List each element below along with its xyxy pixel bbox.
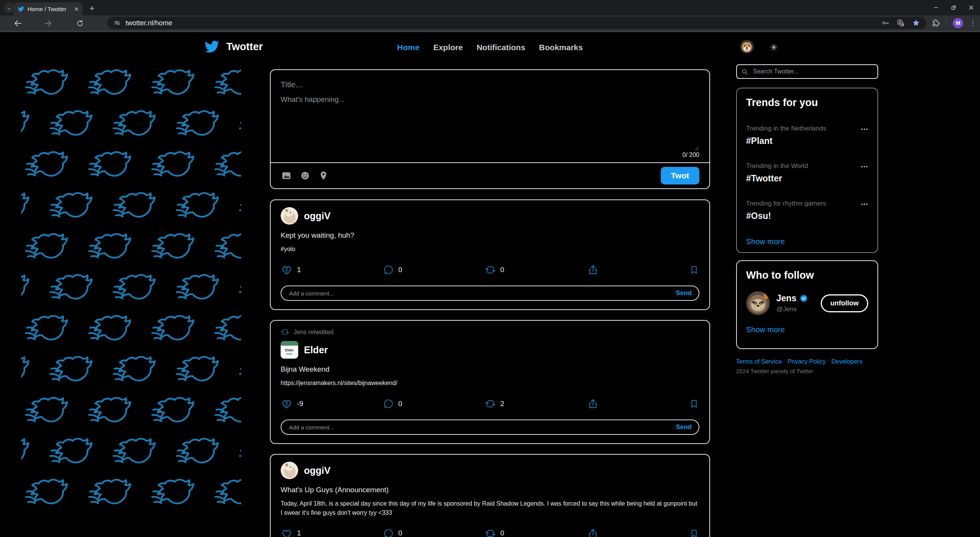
avatar[interactable]: Elder Eats bbox=[281, 341, 298, 359]
who-to-follow-card: Who to follow Jens @Jens unfollow Show m… bbox=[736, 260, 878, 349]
comment-input[interactable] bbox=[288, 290, 672, 297]
emoji-icon[interactable] bbox=[300, 170, 310, 181]
nav-item-bookmarks[interactable]: Bookmarks bbox=[539, 43, 583, 52]
trend-item: Trending for rhythm gamers #Osu! ... bbox=[746, 200, 868, 221]
forward-button[interactable] bbox=[41, 17, 54, 30]
suggested-user-name[interactable]: Jens bbox=[776, 293, 796, 304]
bookmark-button[interactable] bbox=[689, 528, 699, 537]
avatar[interactable] bbox=[746, 291, 770, 315]
tweet-author[interactable]: Elder bbox=[304, 344, 328, 356]
restore-button[interactable] bbox=[945, 0, 962, 15]
share-button[interactable] bbox=[587, 527, 689, 537]
search-input[interactable] bbox=[752, 68, 873, 75]
like-button[interactable]: 1 bbox=[281, 264, 383, 276]
comment-icon bbox=[383, 264, 394, 276]
bookmark-button[interactable] bbox=[689, 398, 699, 409]
tab-title: Home / Twotter bbox=[28, 6, 70, 12]
tab-close-icon[interactable]: ✕ bbox=[74, 6, 79, 12]
compose-tools bbox=[281, 170, 329, 181]
tab-search-button[interactable]: ⌄ bbox=[4, 2, 15, 13]
retweet-button[interactable]: 0 bbox=[485, 264, 587, 276]
extensions-puzzle-icon[interactable] bbox=[932, 19, 940, 27]
send-button[interactable]: Send bbox=[676, 423, 692, 431]
compose-title-input[interactable] bbox=[281, 77, 699, 94]
twot-button[interactable]: Twot bbox=[661, 167, 699, 184]
tweet-actions: 1 0 0 bbox=[281, 264, 699, 276]
translate-icon[interactable] bbox=[897, 19, 905, 27]
tweet-author[interactable]: oggiV bbox=[304, 211, 330, 222]
footer-link-privacy[interactable]: Privacy Policy bbox=[787, 358, 826, 365]
compose-body-textarea[interactable] bbox=[281, 94, 699, 144]
comment-count: 0 bbox=[399, 529, 402, 537]
browser-menu-icon[interactable]: ⋮ bbox=[969, 19, 976, 27]
footer-link-developers[interactable]: Developers bbox=[831, 358, 862, 365]
nav-item-home[interactable]: Home bbox=[397, 43, 420, 52]
bookmark-icon bbox=[689, 528, 699, 537]
avatar[interactable] bbox=[281, 207, 298, 225]
url-text[interactable]: twotter.nl/home bbox=[126, 19, 877, 27]
retweet-icon bbox=[485, 398, 496, 410]
comment-button[interactable]: 0 bbox=[383, 264, 485, 276]
share-button[interactable] bbox=[587, 398, 689, 410]
comment-input[interactable] bbox=[288, 424, 672, 431]
new-tab-button[interactable]: + bbox=[87, 3, 97, 14]
twitter-bird-favicon bbox=[18, 6, 24, 12]
tab-strip: ⌄ Home / Twotter ✕ + bbox=[0, 0, 980, 15]
reload-button[interactable] bbox=[74, 17, 87, 30]
minimize-button[interactable] bbox=[927, 0, 945, 15]
comment-button[interactable]: 0 bbox=[383, 398, 485, 410]
bookmark-star-icon[interactable] bbox=[912, 19, 920, 27]
site-settings-icon[interactable] bbox=[113, 19, 121, 27]
trend-tag[interactable]: #Twotter bbox=[746, 173, 868, 184]
tweet-body: #yolo bbox=[281, 245, 699, 253]
trend-context: Trending in the World bbox=[746, 162, 868, 170]
avatar[interactable] bbox=[281, 462, 298, 479]
add-image-icon[interactable] bbox=[281, 170, 292, 181]
comment-row: Send bbox=[281, 286, 699, 301]
tweet-author[interactable]: oggiV bbox=[304, 465, 330, 476]
user-avatar[interactable] bbox=[740, 40, 754, 54]
resize-handle[interactable] bbox=[694, 146, 699, 150]
retweet-count: 0 bbox=[500, 266, 504, 274]
comment-button[interactable]: 0 bbox=[383, 528, 485, 537]
brand[interactable]: Twotter bbox=[203, 39, 263, 54]
trend-tag[interactable]: #Osu! bbox=[746, 211, 868, 221]
tweet-link[interactable]: https://jensramakers.nl/sites/bijnaweeke… bbox=[281, 379, 699, 387]
like-button[interactable]: -9 bbox=[281, 398, 383, 410]
who-show-more[interactable]: Show more bbox=[746, 325, 868, 334]
browser-tab[interactable]: Home / Twotter ✕ bbox=[14, 2, 83, 15]
location-pin-icon[interactable] bbox=[318, 170, 329, 181]
unfollow-button[interactable]: unfollow bbox=[821, 294, 868, 312]
bookmark-button[interactable] bbox=[689, 264, 699, 275]
trend-more-icon[interactable]: ... bbox=[861, 161, 868, 169]
share-button[interactable] bbox=[587, 264, 689, 276]
retweet-note-text: Jens retwotted bbox=[294, 329, 333, 336]
suggested-user-handle: @Jens bbox=[776, 305, 808, 313]
nav-item-explore[interactable]: Explore bbox=[433, 43, 463, 52]
retweet-icon bbox=[485, 264, 496, 276]
theme-toggle-sun-icon[interactable] bbox=[769, 43, 778, 52]
trend-more-icon[interactable]: ... bbox=[861, 198, 868, 207]
close-button[interactable] bbox=[962, 0, 980, 15]
trend-tag[interactable]: #Plant bbox=[746, 136, 868, 146]
password-key-icon[interactable] bbox=[881, 19, 890, 27]
footer-link-terms[interactable]: Terms of Service bbox=[736, 358, 782, 365]
search-box[interactable] bbox=[736, 64, 878, 79]
like-button[interactable]: 1 bbox=[281, 527, 383, 537]
trend-more-icon[interactable]: ... bbox=[861, 123, 868, 132]
browser-profile-avatar[interactable]: M bbox=[953, 18, 963, 28]
compose-card: 0/ 200 Twot bbox=[270, 69, 710, 189]
bird-pattern-background bbox=[21, 65, 241, 511]
hamster-avatar-image bbox=[281, 462, 298, 479]
suggested-user-row: Jens @Jens unfollow bbox=[746, 291, 868, 315]
retweet-button[interactable]: 2 bbox=[485, 398, 587, 410]
address-bar[interactable]: twotter.nl/home bbox=[107, 17, 926, 29]
trends-show-more[interactable]: Show more bbox=[746, 237, 868, 246]
tweet-body: Today, April 18th, is a special day sinc… bbox=[281, 499, 699, 517]
send-button[interactable]: Send bbox=[676, 289, 692, 297]
back-button[interactable] bbox=[11, 17, 24, 30]
retweet-button[interactable]: 0 bbox=[485, 528, 587, 537]
nav-item-notifications[interactable]: Notifications bbox=[477, 43, 525, 52]
elder-logo-line1: Elder bbox=[285, 349, 294, 352]
share-icon bbox=[587, 264, 599, 276]
